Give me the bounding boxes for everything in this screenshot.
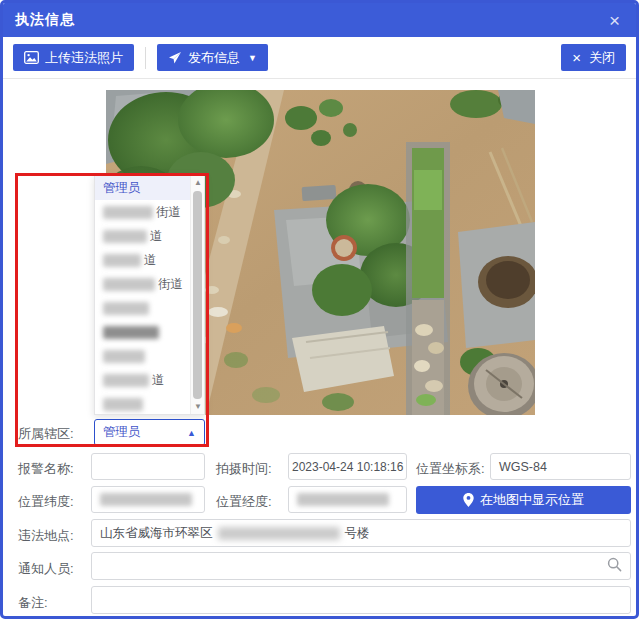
dropdown-option[interactable]	[95, 392, 190, 415]
chevron-up-icon: ▲	[187, 428, 196, 438]
jurisdiction-label: 所属辖区:	[18, 425, 74, 443]
close-button-label: 关闭	[589, 49, 615, 67]
longitude-label: 位置经度:	[216, 493, 272, 511]
close-x-icon: ×	[572, 50, 581, 65]
jurisdiction-select[interactable]: 管理员 ▲	[94, 419, 205, 446]
dropdown-option[interactable]	[95, 320, 190, 344]
redacted-text	[103, 374, 149, 387]
dropdown-option-label: 道	[152, 372, 165, 389]
redacted-text	[103, 326, 159, 339]
toolbar-divider	[145, 47, 146, 69]
redacted-text	[103, 254, 141, 267]
redacted-longitude	[297, 493, 389, 506]
toolbar: 上传违法照片 发布信息 ▼ × 关闭	[3, 37, 636, 79]
upload-button-label: 上传违法照片	[45, 49, 123, 67]
dropdown-option-label: 街道	[158, 276, 183, 293]
redacted-text	[103, 302, 149, 315]
notify-personnel-label: 通知人员:	[18, 560, 74, 578]
coord-system-label: 位置坐标系:	[416, 460, 485, 478]
dropdown-scrollbar[interactable]: ▲ ▼	[190, 176, 204, 414]
violation-location-value[interactable]: 山东省威海市环翠区号楼	[91, 519, 631, 547]
dropdown-option[interactable]: 街道	[95, 200, 190, 224]
redacted-text	[103, 206, 153, 219]
coord-system-value[interactable]: WGS-84	[490, 453, 631, 480]
jurisdiction-dropdown-panel: 管理员 街道 道 道 街道	[94, 175, 205, 415]
alert-name-input[interactable]	[91, 453, 205, 480]
location-prefix: 山东省威海市环翠区	[100, 525, 213, 542]
dialog-title: 执法信息	[15, 11, 75, 29]
show-on-map-label: 在地图中显示位置	[480, 491, 584, 509]
search-icon[interactable]	[607, 557, 622, 575]
redacted-text	[103, 230, 147, 243]
redacted-text	[103, 350, 145, 363]
scroll-down-icon[interactable]: ▼	[191, 400, 205, 414]
dropdown-option-label: 道	[144, 252, 157, 269]
jurisdiction-value: 管理员	[103, 424, 141, 441]
send-icon	[168, 51, 182, 65]
redacted-text	[103, 278, 155, 291]
dropdown-option-label: 管理员	[103, 180, 141, 197]
dropdown-option[interactable]: 道	[95, 248, 190, 272]
dropdown-option[interactable]: 道	[95, 224, 190, 248]
location-pin-icon	[463, 493, 474, 507]
remark-input[interactable]	[91, 586, 631, 614]
dropdown-option[interactable]	[95, 296, 190, 320]
redacted-text	[103, 398, 143, 411]
latitude-value[interactable]	[91, 486, 205, 513]
upload-violation-photo-button[interactable]: 上传违法照片	[13, 44, 134, 71]
capture-time-value[interactable]: 2023-04-24 10:18:16	[288, 453, 407, 480]
dropdown-option-label: 道	[150, 228, 163, 245]
dropdown-option[interactable]	[95, 344, 190, 368]
dropdown-option-admin[interactable]: 管理员	[95, 176, 190, 200]
dropdown-option[interactable]: 街道	[95, 272, 190, 296]
dropdown-option-label: 街道	[156, 204, 181, 221]
publish-button-label: 发布信息	[188, 49, 240, 67]
titlebar-close-icon[interactable]: ×	[605, 11, 624, 30]
redacted-address	[218, 527, 340, 540]
dropdown-option[interactable]: 道	[95, 368, 190, 392]
longitude-value[interactable]	[288, 486, 407, 513]
scrollbar-thumb[interactable]	[193, 191, 202, 399]
violation-location-label: 违法地点:	[18, 527, 74, 545]
show-on-map-button[interactable]: 在地图中显示位置	[416, 486, 631, 514]
remark-label: 备注:	[18, 594, 48, 612]
dialog-titlebar: 执法信息 ×	[3, 3, 636, 37]
capture-time-label: 拍摄时间:	[216, 460, 272, 478]
coord-system-text: WGS-84	[499, 460, 547, 474]
publish-info-button[interactable]: 发布信息 ▼	[157, 44, 268, 71]
close-button[interactable]: × 关闭	[561, 44, 626, 71]
chevron-down-icon: ▼	[248, 53, 257, 63]
latitude-label: 位置纬度:	[18, 493, 74, 511]
image-icon	[24, 51, 39, 64]
law-enforcement-info-dialog: 执法信息 × 上传违法照片 发布信息 ▼ × 关闭	[0, 0, 639, 619]
dropdown-list: 管理员 街道 道 道 街道	[95, 176, 190, 414]
alert-name-label: 报警名称:	[18, 460, 74, 478]
location-suffix: 号楼	[345, 525, 370, 542]
scroll-up-icon[interactable]: ▲	[191, 176, 205, 190]
notify-personnel-input[interactable]	[91, 552, 631, 580]
redacted-latitude	[100, 493, 192, 506]
capture-time-text: 2023-04-24 10:18:16	[292, 460, 403, 474]
